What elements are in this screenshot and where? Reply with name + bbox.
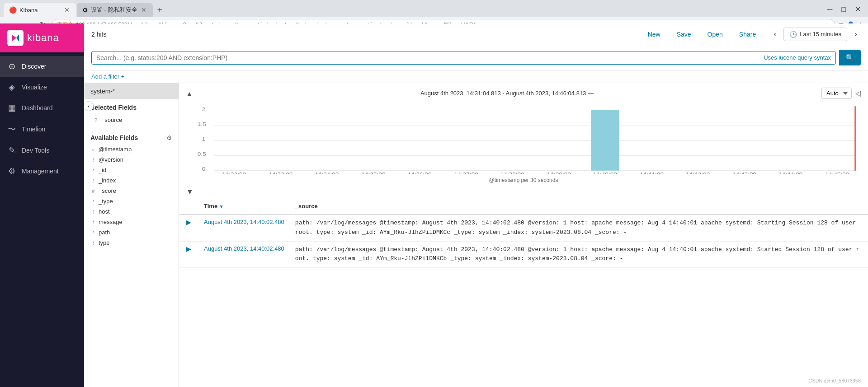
table-area: Time ▼ _source ▶ August 4th 2023, 14:40:…	[179, 198, 868, 387]
available-field-message[interactable]: t message	[84, 217, 179, 227]
source-cell-0: path: /var/log/messages @timestamp: Augu…	[290, 214, 868, 241]
field-name-type: _type	[99, 198, 172, 205]
share-button[interactable]: Share	[733, 28, 762, 41]
row-expand-button-1[interactable]: ▶	[184, 245, 193, 252]
sidebar-item-label-discover: Discover	[22, 63, 46, 70]
lucene-syntax-link[interactable]: Uses lucene query syntax	[764, 54, 831, 61]
sidebar-item-timelion[interactable]: 〜 Timelion	[0, 118, 84, 140]
expand-cell: ▶	[179, 241, 198, 268]
selected-fields-section: Selected Fields ? _source	[84, 99, 179, 130]
field-type-question: ?	[93, 117, 99, 123]
time-picker[interactable]: 🕐 Last 15 minutes	[783, 28, 847, 41]
search-button[interactable]: 🔍	[839, 50, 861, 65]
available-field-score[interactable]: # _score	[84, 186, 179, 196]
index-pattern[interactable]: system-*	[84, 83, 179, 99]
sidebar-item-label-devtools: Dev Tools	[22, 147, 49, 154]
browser-tabs: 🔴 Kibana ✕ ⚙ 设置 - 隐私和安全 ✕ + ─ □ ✕	[0, 0, 868, 17]
x-label-11: 14:42:00	[686, 172, 710, 174]
available-field-timestamp[interactable]: ○ @timestamp	[84, 144, 179, 154]
x-label-12: 14:43:00	[732, 172, 756, 174]
chart-interval-select[interactable]: Auto	[821, 88, 852, 99]
search-bar: Uses lucene query syntax 🔍	[84, 45, 868, 70]
available-field-id[interactable]: t _id	[84, 165, 179, 175]
x-label-6: 14:37:00	[454, 172, 478, 174]
x-label-1: 14:32:00	[222, 172, 246, 174]
available-fields-header: Available Fields ⚙	[84, 130, 179, 144]
available-field-version[interactable]: t @version	[84, 154, 179, 165]
row-expand-button-0[interactable]: ▶	[184, 219, 193, 226]
available-field-host[interactable]: t host	[84, 206, 179, 217]
field-type-clock: ○	[90, 147, 96, 152]
chart-collapse-down-button[interactable]: ▼	[186, 188, 193, 196]
chart-collapse-up-button[interactable]: ▲	[186, 90, 193, 97]
field-name-id: _id	[99, 167, 172, 173]
table-body: ▶ August 4th 2023, 14:40:02.480 path: /v…	[179, 214, 868, 268]
available-field-index[interactable]: t _index	[84, 175, 179, 186]
save-button[interactable]: Save	[670, 28, 698, 41]
expand-cell: ▶	[179, 214, 198, 241]
add-filter-button[interactable]: Add a filter +	[91, 73, 124, 80]
kibana-tab-close[interactable]: ✕	[63, 5, 71, 14]
time-cell-1: August 4th 2023, 14:40:02.480	[198, 241, 290, 268]
chart-expand-right-button[interactable]: ◁	[855, 89, 861, 98]
minimize-button[interactable]: ─	[824, 4, 836, 15]
topbar: 2 hits New Save Open Share ‹ 🕐 Last 15 m…	[84, 23, 868, 45]
th-expand	[179, 198, 198, 214]
sidebar-item-dashboard[interactable]: ▦ Dashboard	[0, 98, 84, 118]
next-time-button[interactable]: ›	[851, 28, 861, 41]
visualize-icon: ◈	[7, 82, 16, 92]
sidebar-item-label-management: Management	[22, 168, 59, 175]
prev-time-button[interactable]: ‹	[770, 28, 780, 41]
histogram-bar-1440	[591, 110, 619, 171]
search-input-wrap: Uses lucene query syntax	[91, 51, 836, 65]
filter-bar: Add a filter +	[84, 70, 868, 83]
app: kibana ⊙ Discover ◈ Visualize ▦ Dashboar…	[0, 23, 868, 387]
field-type-hash: #	[90, 188, 96, 194]
devtools-icon: ✎	[7, 145, 16, 155]
new-tab-button[interactable]: +	[154, 5, 166, 15]
settings-tab-close[interactable]: ✕	[140, 5, 147, 14]
time-cell-0: August 4th 2023, 14:40:02.480	[198, 214, 290, 241]
field-type-t4: t	[90, 199, 96, 204]
sidebar-item-discover[interactable]: ⊙ Discover	[0, 56, 84, 77]
selected-fields-title: Selected Fields	[90, 104, 172, 111]
available-field-type[interactable]: t _type	[84, 196, 179, 206]
tab-kibana[interactable]: 🔴 Kibana ✕	[4, 3, 76, 17]
field-name-index: _index	[99, 177, 172, 184]
tab-settings[interactable]: ⚙ 设置 - 隐私和安全 ✕	[77, 3, 153, 17]
sidebar-item-management[interactable]: ⚙ Management	[0, 161, 84, 182]
new-button[interactable]: New	[642, 28, 667, 41]
th-time[interactable]: Time ▼	[198, 198, 290, 214]
sidebar-item-label-dashboard: Dashboard	[22, 104, 53, 112]
collapse-left-panel-button[interactable]: ‹	[84, 101, 94, 111]
search-input[interactable]	[96, 54, 764, 61]
hits-count: 2 hits	[91, 31, 638, 38]
results-table: Time ▼ _source ▶ August 4th 2023, 14:40:…	[179, 198, 868, 268]
maximize-button[interactable]: □	[838, 4, 849, 15]
settings-tab-title: 设置 - 隐私和安全	[91, 6, 137, 14]
close-window-button[interactable]: ✕	[851, 3, 864, 15]
discover-icon: ⊙	[7, 61, 16, 71]
x-label-9: 14:40:00	[593, 172, 617, 174]
table-row: ▶ August 4th 2023, 14:40:02.480 path: /v…	[179, 214, 868, 241]
x-label-2: 14:33:00	[269, 172, 292, 174]
chart-interval-select-wrap: Auto	[821, 88, 852, 99]
field-type-t5: t	[90, 209, 96, 214]
x-label-4: 14:35:00	[361, 172, 385, 174]
available-field-type-bottom[interactable]: t type	[84, 238, 179, 248]
available-field-path[interactable]: t path	[84, 227, 179, 238]
th-source: _source	[290, 198, 868, 214]
right-panel: ▲ August 4th 2023, 14:31:04.813 - August…	[179, 83, 868, 387]
y-label-05: 0.5	[198, 151, 206, 157]
logo: kibana	[0, 23, 84, 52]
sidebar-item-visualize[interactable]: ◈ Visualize	[0, 77, 84, 98]
selected-field-source[interactable]: ? _source	[90, 115, 172, 125]
time-col-label: Time	[204, 203, 217, 210]
table-header-row: Time ▼ _source	[179, 198, 868, 214]
x-label-7: 14:38:00	[500, 172, 524, 174]
available-fields-gear-button[interactable]: ⚙	[166, 134, 172, 141]
open-button[interactable]: Open	[701, 28, 729, 41]
kibana-tab-title: Kibana	[19, 7, 61, 14]
sidebar-item-devtools[interactable]: ✎ Dev Tools	[0, 140, 84, 161]
x-label-3: 14:34:00	[315, 172, 339, 174]
